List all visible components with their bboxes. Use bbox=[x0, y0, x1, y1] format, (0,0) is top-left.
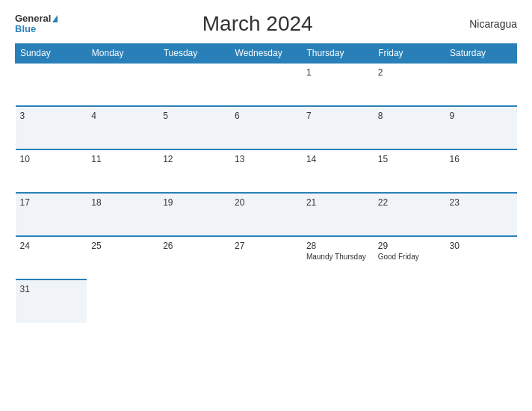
calendar-day-cell bbox=[16, 63, 87, 106]
col-tuesday: Tuesday bbox=[158, 44, 230, 64]
day-number: 11 bbox=[91, 154, 154, 164]
day-number: 31 bbox=[20, 284, 83, 294]
day-number: 24 bbox=[20, 241, 83, 251]
calendar-day-cell: 18 bbox=[87, 193, 158, 236]
calendar-day-cell bbox=[158, 279, 230, 323]
calendar-day-cell bbox=[87, 279, 158, 323]
day-number: 3 bbox=[20, 111, 83, 121]
col-thursday: Thursday bbox=[302, 44, 374, 64]
day-number: 29 bbox=[378, 241, 441, 251]
day-number: 19 bbox=[163, 197, 226, 208]
calendar-day-cell bbox=[445, 63, 517, 106]
calendar-day-cell: 24 bbox=[16, 236, 87, 279]
country-label: Nicaragua bbox=[457, 18, 517, 30]
calendar-day-cell bbox=[158, 63, 230, 106]
calendar-week-row: 17181920212223 bbox=[16, 193, 517, 236]
calendar-day-cell: 4 bbox=[87, 106, 158, 149]
header: General Blue March 2024 Nicaragua bbox=[15, 12, 517, 36]
calendar-week-row: 2425262728Maundy Thursday29Good Friday30 bbox=[16, 236, 517, 279]
calendar-day-cell: 10 bbox=[16, 149, 87, 193]
calendar-day-cell: 31 bbox=[16, 279, 87, 323]
calendar-day-cell: 19 bbox=[158, 193, 230, 236]
day-number: 16 bbox=[450, 154, 513, 164]
day-number: 6 bbox=[235, 111, 297, 121]
calendar-day-cell: 1 bbox=[302, 63, 374, 106]
calendar-day-cell bbox=[230, 63, 302, 106]
calendar-day-cell: 15 bbox=[374, 149, 445, 193]
calendar-day-cell: 6 bbox=[230, 106, 302, 149]
calendar-table: Sunday Monday Tuesday Wednesday Thursday… bbox=[15, 43, 517, 323]
col-saturday: Saturday bbox=[445, 44, 517, 64]
day-number: 12 bbox=[163, 154, 226, 164]
calendar-day-cell: 23 bbox=[445, 193, 517, 236]
day-number: 2 bbox=[378, 67, 441, 78]
day-number: 13 bbox=[235, 154, 297, 164]
day-number: 8 bbox=[378, 111, 441, 121]
col-monday: Monday bbox=[87, 44, 158, 64]
calendar-day-cell: 2 bbox=[374, 63, 445, 106]
day-number: 20 bbox=[235, 197, 297, 208]
calendar-day-cell: 22 bbox=[374, 193, 445, 236]
calendar-week-row: 3456789 bbox=[16, 106, 517, 149]
calendar-day-cell: 12 bbox=[158, 149, 230, 193]
calendar-title: March 2024 bbox=[58, 12, 457, 36]
day-number: 22 bbox=[378, 197, 441, 208]
day-number: 25 bbox=[91, 241, 154, 251]
day-number: 23 bbox=[450, 197, 513, 208]
calendar-day-cell bbox=[87, 63, 158, 106]
col-friday: Friday bbox=[374, 44, 445, 64]
logo: General Blue bbox=[15, 13, 58, 35]
day-number: 10 bbox=[20, 154, 83, 164]
calendar-body: 1234567891011121314151617181920212223242… bbox=[16, 63, 517, 323]
day-number: 1 bbox=[306, 67, 369, 78]
day-number: 5 bbox=[163, 111, 226, 121]
day-number: 4 bbox=[91, 111, 154, 121]
calendar-week-row: 12 bbox=[16, 63, 517, 106]
calendar-day-cell: 27 bbox=[230, 236, 302, 279]
calendar-week-row: 10111213141516 bbox=[16, 149, 517, 193]
col-sunday: Sunday bbox=[16, 44, 87, 64]
calendar-day-cell: 30 bbox=[445, 236, 517, 279]
day-number: 21 bbox=[306, 197, 369, 208]
calendar-day-cell: 17 bbox=[16, 193, 87, 236]
calendar-week-row: 31 bbox=[16, 279, 517, 323]
day-number: 7 bbox=[306, 111, 369, 121]
calendar-day-cell: 7 bbox=[302, 106, 374, 149]
calendar-header: Sunday Monday Tuesday Wednesday Thursday… bbox=[16, 44, 517, 64]
calendar-day-cell bbox=[445, 279, 517, 323]
day-number: 28 bbox=[306, 241, 369, 251]
calendar-day-cell: 5 bbox=[158, 106, 230, 149]
calendar-day-cell: 14 bbox=[302, 149, 374, 193]
calendar-day-cell: 8 bbox=[374, 106, 445, 149]
col-wednesday: Wednesday bbox=[230, 44, 302, 64]
day-number: 9 bbox=[450, 111, 513, 121]
logo-blue-text: Blue bbox=[15, 24, 36, 34]
logo-triangle-icon bbox=[52, 15, 58, 22]
calendar-day-cell bbox=[230, 279, 302, 323]
calendar-day-cell: 26 bbox=[158, 236, 230, 279]
day-number: 15 bbox=[378, 154, 441, 164]
day-header-row: Sunday Monday Tuesday Wednesday Thursday… bbox=[16, 44, 517, 64]
day-number: 17 bbox=[20, 197, 83, 208]
calendar-day-cell: 21 bbox=[302, 193, 374, 236]
day-number: 14 bbox=[306, 154, 369, 164]
calendar-day-cell bbox=[302, 279, 374, 323]
calendar-day-cell bbox=[374, 279, 445, 323]
logo-general-text: General bbox=[15, 13, 51, 24]
calendar-day-cell: 3 bbox=[16, 106, 87, 149]
day-number: 27 bbox=[235, 241, 297, 251]
holiday-label: Maundy Thursday bbox=[306, 253, 369, 261]
calendar-day-cell: 16 bbox=[445, 149, 517, 193]
calendar-day-cell: 29Good Friday bbox=[374, 236, 445, 279]
day-number: 30 bbox=[450, 241, 513, 251]
day-number: 26 bbox=[163, 241, 226, 251]
calendar-day-cell: 13 bbox=[230, 149, 302, 193]
calendar-day-cell: 25 bbox=[87, 236, 158, 279]
calendar-page: General Blue March 2024 Nicaragua Sunday… bbox=[0, 0, 532, 411]
calendar-day-cell: 20 bbox=[230, 193, 302, 236]
day-number: 18 bbox=[91, 197, 154, 208]
holiday-label: Good Friday bbox=[378, 253, 441, 261]
calendar-day-cell: 11 bbox=[87, 149, 158, 193]
calendar-day-cell: 28Maundy Thursday bbox=[302, 236, 374, 279]
calendar-day-cell: 9 bbox=[445, 106, 517, 149]
